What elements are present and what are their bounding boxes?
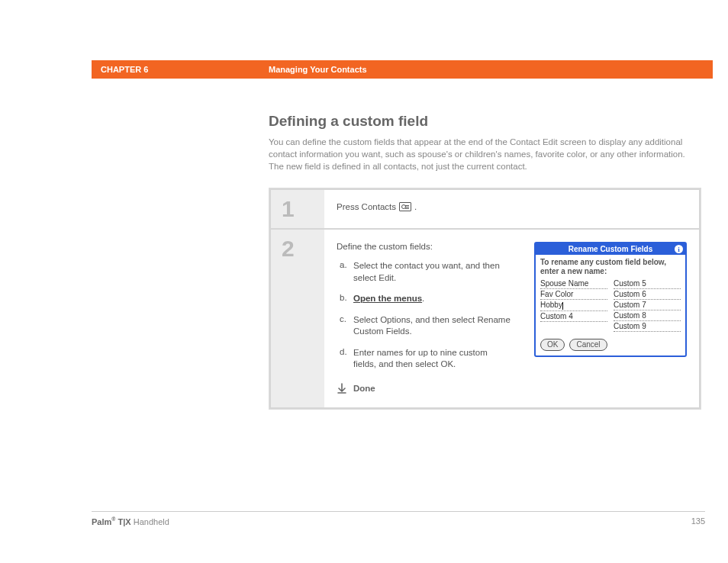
sub-item-b: b. Open the menus. bbox=[340, 293, 520, 305]
step-number: 1 bbox=[282, 198, 295, 220]
open-menus-link[interactable]: Open the menus bbox=[353, 294, 422, 303]
done-arrow-icon bbox=[337, 383, 347, 394]
palm-info-icon: i bbox=[675, 245, 683, 253]
palm-field: Custom 7 bbox=[614, 300, 681, 310]
chapter-label: CHAPTER 6 bbox=[92, 65, 269, 74]
done-row: Done bbox=[337, 383, 520, 394]
step1-text-post: . bbox=[414, 202, 417, 211]
header-title: Managing Your Contacts bbox=[269, 65, 367, 74]
palm-field-active: Hobby bbox=[540, 300, 607, 310]
sub-list: a. Select the contact you want, and then… bbox=[337, 260, 520, 371]
palm-left-column: Spouse Name Fav Color Hobby Custom 4 bbox=[540, 278, 607, 332]
contacts-icon bbox=[399, 202, 411, 211]
sub-item-c: c. Select Options, and then select Renam… bbox=[340, 314, 520, 338]
sub-letter: d. bbox=[340, 347, 353, 371]
step-row-1: 1 Press Contacts . bbox=[271, 190, 699, 228]
sub-item-d: d. Enter names for up to nine custom fie… bbox=[340, 347, 520, 371]
palm-instruction: To rename any custom field below, enter … bbox=[540, 258, 681, 275]
step-content: Press Contacts . bbox=[324, 190, 699, 228]
step-content: Define the custom fields: a. Select the … bbox=[324, 230, 699, 407]
footer-brand: Palm® T|X Handheld bbox=[92, 516, 169, 526]
step-num-cell: 2 bbox=[271, 230, 324, 407]
step-container: 1 Press Contacts . 2 Define the custom bbox=[269, 188, 701, 410]
palm-cancel-button: Cancel bbox=[569, 339, 607, 351]
step2-intro: Define the custom fields: bbox=[337, 242, 520, 251]
palm-dialog-title: Rename Custom Fields i bbox=[536, 243, 685, 255]
section-desc: You can define the custom fields that ap… bbox=[269, 136, 701, 172]
palm-field: Spouse Name bbox=[540, 278, 607, 289]
sub-text: Enter names for up to nine custom fields… bbox=[353, 347, 520, 371]
sub-item-a: a. Select the contact you want, and then… bbox=[340, 260, 520, 284]
sub-letter: c. bbox=[340, 314, 353, 338]
footer: Palm® T|X Handheld 135 bbox=[92, 511, 705, 526]
palm-field: Custom 9 bbox=[614, 321, 681, 332]
palm-field: Custom 8 bbox=[614, 310, 681, 321]
sub-letter: a. bbox=[340, 260, 353, 284]
section-title: Defining a custom field bbox=[269, 113, 701, 130]
step-number: 2 bbox=[282, 237, 295, 260]
palm-right-column: Custom 5 Custom 6 Custom 7 Custom 8 Cust… bbox=[614, 278, 681, 332]
footer-page-number: 135 bbox=[691, 516, 705, 526]
palm-ok-button: OK bbox=[540, 339, 565, 351]
palm-field-empty bbox=[540, 322, 607, 333]
content: Defining a custom field You can define t… bbox=[269, 113, 701, 410]
palm-field: Custom 4 bbox=[540, 311, 607, 322]
sub-letter: b. bbox=[340, 293, 353, 305]
header-bar: CHAPTER 6 Managing Your Contacts bbox=[0, 60, 728, 79]
palm-field: Custom 6 bbox=[614, 289, 681, 300]
done-label: Done bbox=[353, 384, 375, 393]
sub-text: Select the contact you want, and then se… bbox=[353, 260, 520, 284]
step1-text-pre: Press Contacts bbox=[337, 202, 396, 211]
palm-screenshot: Rename Custom Fields i To rename any cus… bbox=[534, 242, 687, 394]
sub-text: Select Options, and then select Rename C… bbox=[353, 314, 520, 338]
sub-b-suffix: . bbox=[422, 294, 424, 303]
step-row-2: 2 Define the custom fields: a. Select th… bbox=[271, 230, 699, 407]
step-num-cell: 1 bbox=[271, 190, 324, 228]
palm-field: Custom 5 bbox=[614, 278, 681, 289]
palm-field: Fav Color bbox=[540, 289, 607, 300]
